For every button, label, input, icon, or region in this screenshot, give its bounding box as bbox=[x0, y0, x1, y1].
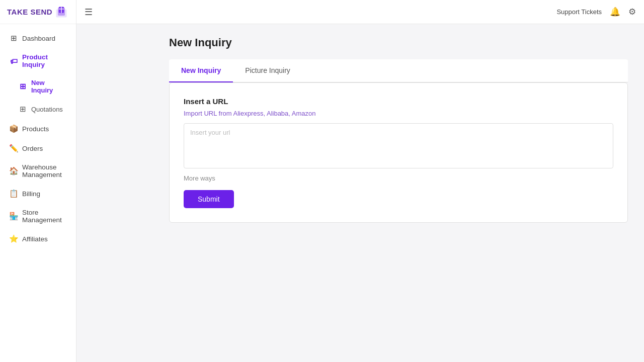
page-title: New Inquiry bbox=[169, 36, 628, 49]
sidebar-item-dashboard[interactable]: ⊞ Dashboard bbox=[2, 29, 74, 48]
product-inquiry-icon: 🏷 bbox=[9, 57, 18, 65]
hamburger-button[interactable]: ☰ bbox=[85, 7, 93, 18]
sidebar-item-new-inquiry[interactable]: ⊞ New Inquiry bbox=[2, 74, 74, 99]
settings-icon[interactable]: ⚙ bbox=[628, 7, 636, 17]
sidebar-navigation: ⊞ Dashboard 🏷 Product Inquiry ⊞ New Inqu… bbox=[0, 24, 76, 362]
tab-picture-inquiry-label: Picture Inquiry bbox=[245, 66, 290, 74]
sidebar-item-affiliates[interactable]: ⭐ Affiliates bbox=[2, 229, 74, 248]
affiliates-icon: ⭐ bbox=[9, 234, 18, 243]
bell-icon[interactable]: 🔔 bbox=[610, 7, 620, 17]
tab-new-inquiry[interactable]: New Inquiry bbox=[169, 59, 233, 82]
sidebar-item-quotations[interactable]: ⊞ Quotations bbox=[2, 100, 74, 119]
sidebar-item-product-inquiry[interactable]: 🏷 Product Inquiry bbox=[2, 48, 74, 73]
sidebar-item-orders[interactable]: ✏️ Orders bbox=[2, 139, 74, 158]
tab-new-inquiry-label: New Inquiry bbox=[181, 66, 221, 74]
more-ways-link[interactable]: More ways bbox=[184, 174, 613, 182]
sidebar-item-label: New Inquiry bbox=[31, 79, 67, 94]
sidebar-item-billing[interactable]: 📋 Billing bbox=[2, 184, 74, 203]
inquiry-card: Insert a URL Import URL from Aliexpress,… bbox=[169, 82, 628, 223]
sidebar-item-warehouse[interactable]: 🏠 Warehouse Management bbox=[2, 158, 74, 184]
warehouse-icon: 🏠 bbox=[9, 166, 18, 175]
sidebar-item-label: Products bbox=[22, 125, 49, 133]
tab-bar: New Inquiry Picture Inquiry bbox=[169, 59, 628, 82]
products-icon: 📦 bbox=[9, 124, 18, 133]
support-tickets-link[interactable]: Support Tickets bbox=[556, 8, 602, 16]
sidebar-item-label: Orders bbox=[22, 145, 43, 152]
card-section-title: Insert a URL bbox=[184, 97, 613, 106]
new-inquiry-icon: ⊞ bbox=[18, 82, 27, 91]
logo-text: TAKE SEND bbox=[7, 8, 52, 16]
quotations-icon: ⊞ bbox=[18, 105, 27, 114]
sidebar-item-label: Quotations bbox=[31, 106, 63, 113]
submit-button[interactable]: Submit bbox=[184, 190, 234, 208]
sidebar-item-label: Warehouse Management bbox=[22, 163, 67, 178]
sidebar-logo: TAKE SEND bbox=[0, 0, 76, 24]
url-input[interactable] bbox=[184, 123, 613, 168]
main-content: New Inquiry New Inquiry Picture Inquiry … bbox=[153, 24, 644, 362]
sidebar-item-label: Product Inquiry bbox=[22, 53, 67, 68]
orders-icon: ✏️ bbox=[9, 144, 18, 153]
billing-icon: 📋 bbox=[9, 189, 18, 198]
sidebar-item-products[interactable]: 📦 Products bbox=[2, 119, 74, 138]
sidebar-item-label: Affiliates bbox=[22, 235, 48, 243]
store-management-icon: 🏪 bbox=[9, 212, 18, 221]
tab-picture-inquiry[interactable]: Picture Inquiry bbox=[233, 59, 302, 82]
logo-icon bbox=[54, 5, 68, 19]
sidebar-item-store-management[interactable]: 🏪 Store Management bbox=[2, 204, 74, 229]
sidebar-item-label: Billing bbox=[22, 190, 40, 198]
dashboard-icon: ⊞ bbox=[9, 34, 18, 43]
sidebar-item-label: Dashboard bbox=[22, 35, 55, 42]
sidebar: TAKE SEND ⊞ Dashboard 🏷 Product Inquiry … bbox=[0, 0, 76, 362]
topbar: ☰ Support Tickets 🔔 ⚙ bbox=[76, 0, 644, 24]
sidebar-item-label: Store Management bbox=[22, 209, 67, 224]
topbar-right: Support Tickets 🔔 ⚙ bbox=[556, 7, 636, 17]
card-subtitle: Import URL from Aliexpress, Alibaba, Ama… bbox=[184, 110, 613, 117]
